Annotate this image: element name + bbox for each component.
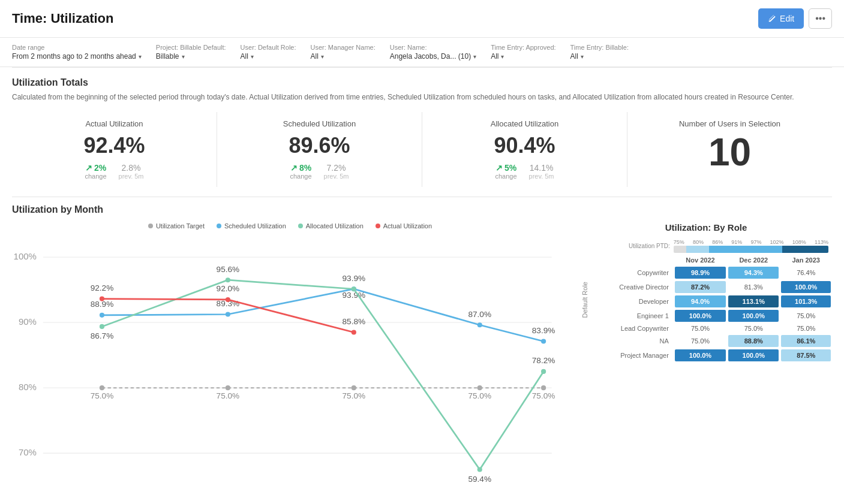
actual-dot-2 — [352, 330, 356, 334]
utilization-by-month-section: Utilization by Month Utilization Target … — [0, 197, 844, 504]
allocated-util-sub: ↗ 5% change 14.1% prev. 5m — [434, 163, 615, 180]
role-val-cell: 75.0% — [674, 323, 727, 334]
target-label-0: 75.0% — [91, 391, 114, 400]
line-chart-svg: 100% 90% 80% 70% 60% Nov 2022 Dec 2022 J… — [12, 237, 568, 504]
filters-bar: Date range From 2 months ago to 2 months… — [0, 38, 844, 67]
legend-actual: Actual Utilization — [376, 222, 432, 230]
actual-lbl-1: 92.0% — [217, 284, 240, 293]
edit-button[interactable]: Edit — [758, 8, 804, 29]
filter-approved[interactable]: Time Entry: Approved: All ▾ — [491, 44, 555, 61]
users-count-value: 10 — [639, 133, 820, 171]
actual-lbl-2: 85.8% — [343, 317, 366, 326]
totals-title: Utilization Totals — [12, 77, 832, 88]
role-val-cell: 75.0% — [674, 334, 727, 348]
page-title: Time: Utilization — [12, 11, 114, 26]
role-val-cell: 88.8% — [727, 334, 780, 348]
header-actions: Edit ••• — [758, 8, 832, 29]
sched-dot-3 — [477, 322, 482, 327]
col-header-dec: Dec 2022 — [727, 255, 780, 265]
role-val-cell: 100.0% — [674, 309, 727, 323]
filter-approved-label: Time Entry: Approved: — [491, 44, 555, 51]
role-val-cell: 76.4% — [780, 265, 832, 280]
target-label-2: 75.0% — [343, 391, 366, 400]
filter-default-role-label: User: Default Role: — [241, 44, 296, 51]
ptd-label: Utilization PTD: — [590, 237, 674, 255]
filter-user-name-value: Angela Jacobs, Da... (10) — [390, 52, 471, 61]
table-row: Creative Director87.2%81.3%100.0% — [590, 280, 832, 294]
legend-actual-label: Actual Utilization — [383, 222, 432, 230]
table-row: Lead Copywriter75.0%75.0%75.0% — [590, 323, 832, 334]
target-label-3: 75.0% — [468, 391, 491, 400]
chevron-down-icon: ▾ — [182, 53, 185, 60]
users-count-title: Number of Users in Selection — [639, 119, 820, 128]
target-label-1: 75.0% — [217, 391, 240, 400]
users-count-card: Number of Users in Selection 10 — [627, 112, 832, 187]
filter-billable[interactable]: Time Entry: Billable: All ▾ — [570, 44, 629, 61]
actual-util-change-val: ↗ 2% — [85, 163, 106, 173]
target-dot-4 — [541, 385, 546, 390]
filter-manager-label: User: Manager Name: — [311, 44, 376, 51]
legend-allocated: Allocated Utilization — [298, 222, 364, 230]
filter-date-range-value: From 2 months ago to 2 months ahead — [12, 52, 136, 61]
y-label-80: 80% — [19, 382, 37, 392]
chart-container: Utilization Target Scheduled Utilization… — [12, 222, 832, 504]
filter-project[interactable]: Project: Billable Default: Billable ▾ — [156, 44, 226, 61]
table-row: Developer94.0%113.1%101.3% — [590, 294, 832, 309]
legend-target: Utilization Target — [148, 222, 205, 230]
role-val-cell: 87.5% — [780, 348, 832, 363]
chevron-down-icon: ▾ — [581, 53, 584, 60]
alloc-dot-4 — [541, 369, 546, 374]
role-val-cell: 94.3% — [727, 265, 780, 280]
scheduled-utilization-card: Scheduled Utilization 89.6% ↗ 8% change … — [217, 112, 422, 187]
filter-approved-value: All — [491, 52, 498, 61]
role-val-cell: 100.0% — [674, 348, 727, 363]
filter-user-name[interactable]: User: Name: Angela Jacobs, Da... (10) ▾ — [390, 44, 476, 61]
filter-default-role-value: All — [241, 52, 248, 61]
actual-util-change-label: change — [85, 173, 106, 180]
filter-manager[interactable]: User: Manager Name: All ▾ — [311, 44, 376, 61]
sched-lbl-3: 87.0% — [468, 310, 491, 319]
totals-section: Utilization Totals Calculated from the b… — [0, 68, 844, 197]
actual-dot-0 — [100, 297, 104, 301]
table-row: Copywriter98.9%94.3%76.4% — [590, 265, 832, 280]
role-val-cell: 75.0% — [727, 323, 780, 334]
legend-allocated-dot — [298, 224, 303, 228]
actual-util-change: ↗ 2% change — [85, 163, 106, 180]
filter-default-role[interactable]: User: Default Role: All ▾ — [241, 44, 296, 61]
role-name-cell: Engineer 1 — [590, 309, 674, 323]
chevron-down-icon: ▾ — [139, 53, 142, 60]
filter-manager-value: All — [311, 52, 319, 61]
sched-dot-4 — [541, 339, 546, 343]
sched-lbl-2: 93.9% — [343, 291, 366, 300]
filter-billable-value: All — [570, 52, 578, 61]
allocated-util-title: Allocated Utilization — [434, 119, 615, 128]
role-val-cell: 94.0% — [674, 294, 727, 309]
target-dot-2 — [352, 385, 356, 390]
chevron-down-icon: ▾ — [473, 53, 476, 60]
role-val-cell: 100.0% — [727, 309, 780, 323]
actual-utilization-card: Actual Utilization 92.4% ↗ 2% change 2.8… — [12, 112, 217, 187]
filter-project-value: Billable — [156, 52, 179, 61]
chart-legend: Utilization Target Scheduled Utilization… — [12, 222, 568, 230]
role-name-cell: Project Manager — [590, 348, 674, 363]
line-chart-wrap: Utilization Target Scheduled Utilization… — [12, 222, 568, 504]
by-role-title: Utilization: By Role — [580, 222, 832, 233]
alloc-lbl-2: 93.9% — [343, 274, 366, 283]
sched-dot-1 — [226, 312, 230, 316]
role-val-cell: 100.0% — [727, 348, 780, 363]
role-y-axis: Default Role — [580, 237, 590, 363]
more-button[interactable]: ••• — [809, 8, 832, 29]
role-name-cell: Creative Director — [590, 280, 674, 294]
role-val-cell: 101.3% — [780, 294, 832, 309]
by-month-title: Utilization by Month — [12, 197, 832, 215]
scheduled-util-value: 89.6% — [229, 133, 410, 158]
role-val-cell: 98.9% — [674, 265, 727, 280]
scheduled-util-title: Scheduled Utilization — [229, 119, 410, 128]
alloc-lbl-1: 95.6% — [217, 265, 240, 274]
col-header-nov: Nov 2022 — [674, 255, 727, 265]
alloc-dot-1 — [226, 277, 230, 282]
chevron-down-icon: ▾ — [321, 53, 324, 60]
allocated-util-change-val: ↗ 5% — [495, 163, 516, 173]
filter-date-range[interactable]: Date range From 2 months ago to 2 months… — [12, 44, 142, 61]
alloc-dot-3 — [477, 467, 482, 472]
